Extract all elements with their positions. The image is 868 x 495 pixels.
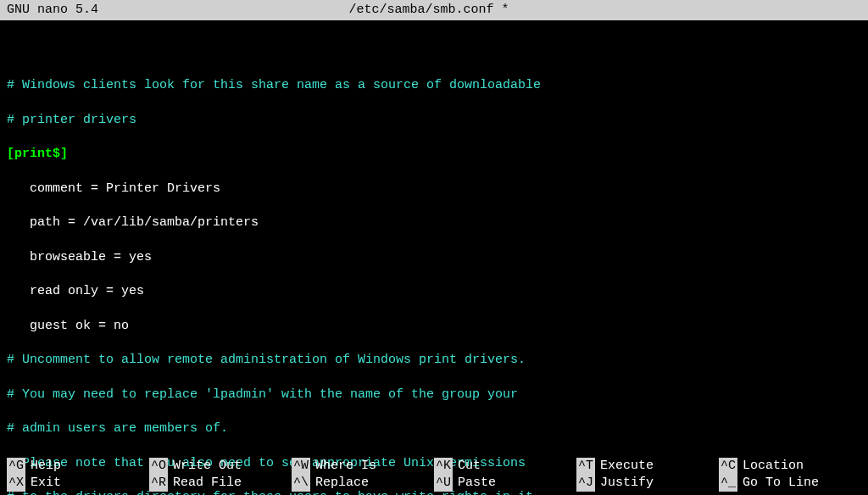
config-line: read only = yes bbox=[7, 283, 861, 300]
shortcut-key: ^K bbox=[434, 458, 453, 475]
app-name: GNU nano 5.4 bbox=[7, 2, 98, 19]
config-comment: # You may need to replace 'lpadmin' with… bbox=[7, 387, 861, 403]
shortcut-location[interactable]: ^C Location bbox=[719, 458, 861, 475]
nano-title-bar: GNU nano 5.4 /etc/samba/smb.conf * bbox=[0, 0, 868, 20]
shortcut-label: Where Is bbox=[315, 458, 376, 475]
shortcut-key: ^O bbox=[149, 458, 168, 475]
shortcut-key: ^T bbox=[576, 458, 595, 475]
shortcut-cut[interactable]: ^K Cut bbox=[434, 458, 576, 475]
shortcut-key: ^R bbox=[149, 475, 168, 492]
shortcut-write-out[interactable]: ^O Write Out bbox=[149, 458, 292, 475]
shortcut-label: Location bbox=[743, 458, 804, 475]
config-comment: # printer drivers bbox=[7, 112, 861, 129]
shortcut-help[interactable]: ^G Help bbox=[7, 458, 149, 475]
shortcut-execute[interactable]: ^T Execute bbox=[576, 458, 719, 475]
shortcut-key: ^G bbox=[7, 458, 25, 475]
shortcut-label: Execute bbox=[600, 458, 654, 475]
section-header-print: [print$] bbox=[7, 146, 861, 163]
shortcut-label: Justify bbox=[600, 475, 654, 492]
shortcut-label: Paste bbox=[458, 475, 496, 492]
shortcut-label: Cut bbox=[458, 458, 481, 475]
shortcut-label: Read File bbox=[173, 475, 242, 492]
shortcut-key: ^X bbox=[7, 475, 25, 492]
shortcut-row-2: ^X Exit ^R Read File ^\ Replace ^U Paste… bbox=[7, 475, 861, 492]
shortcut-key: ^W bbox=[292, 458, 310, 475]
shortcut-paste[interactable]: ^U Paste bbox=[434, 475, 576, 492]
shortcut-key: ^C bbox=[719, 458, 737, 475]
shortcut-where-is[interactable]: ^W Where Is bbox=[292, 458, 434, 475]
shortcut-label: Replace bbox=[315, 475, 369, 492]
shortcut-row-1: ^G Help ^O Write Out ^W Where Is ^K Cut … bbox=[7, 458, 861, 475]
shortcut-label: Help bbox=[31, 458, 61, 475]
nano-shortcut-bar: ^G Help ^O Write Out ^W Where Is ^K Cut … bbox=[0, 458, 868, 492]
shortcut-key: ^\ bbox=[292, 475, 310, 492]
shortcut-read-file[interactable]: ^R Read File bbox=[149, 475, 292, 492]
config-comment: # Windows clients look for this share na… bbox=[7, 77, 861, 94]
editor-content[interactable]: # Windows clients look for this share na… bbox=[0, 20, 868, 495]
config-comment: # Uncomment to allow remote administrati… bbox=[7, 352, 861, 369]
config-line: guest ok = no bbox=[7, 318, 861, 335]
shortcut-key: ^_ bbox=[719, 475, 737, 492]
shortcut-replace[interactable]: ^\ Replace bbox=[292, 475, 434, 492]
config-comment: # admin users are members of. bbox=[7, 420, 861, 437]
config-line: path = /var/lib/samba/printers bbox=[7, 214, 861, 231]
shortcut-key: ^U bbox=[434, 475, 453, 492]
shortcut-justify[interactable]: ^J Justify bbox=[576, 475, 719, 492]
terminal-window: GNU nano 5.4 /etc/samba/smb.conf * # Win… bbox=[0, 0, 868, 495]
shortcut-label: Write Out bbox=[173, 458, 242, 475]
shortcut-label: Exit bbox=[31, 475, 61, 492]
shortcut-exit[interactable]: ^X Exit bbox=[7, 475, 149, 492]
shortcut-key: ^J bbox=[576, 475, 595, 492]
config-line: browseable = yes bbox=[7, 249, 861, 266]
shortcut-label: Go To Line bbox=[743, 475, 819, 492]
file-path: /etc/samba/smb.conf * bbox=[98, 2, 861, 19]
config-line: comment = Printer Drivers bbox=[7, 181, 861, 197]
shortcut-go-to-line[interactable]: ^_ Go To Line bbox=[719, 475, 861, 492]
